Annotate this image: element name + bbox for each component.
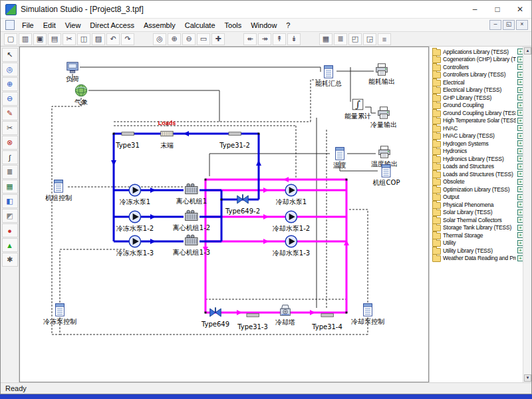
menu-tools[interactable]: Tools [220,21,247,30]
redo-icon[interactable]: ↷ [121,33,134,45]
node-chw-pump-control[interactable]: 冷冻泵控制 [43,303,76,326]
tree-item[interactable]: Utility Library (TESS)+ [430,247,523,255]
scroll-down-icon[interactable]: ▼ [524,374,531,382]
run-tool[interactable]: ▲ [2,238,18,252]
node-tool[interactable]: ● [2,223,18,237]
copy-icon[interactable]: ◫ [77,33,90,45]
tree-item[interactable]: Loads and Structures+ [430,163,523,171]
mask-tool[interactable]: ◩ [2,209,18,223]
node-chiller-1-3[interactable]: 离心机组1-3 [173,233,210,257]
zoom-icon[interactable]: ◎ [153,33,166,45]
tree-item[interactable]: Controllers+ [430,63,523,71]
menu-direct-access[interactable]: Direct Access [85,21,139,30]
undo-icon[interactable]: ↶ [106,33,120,45]
tree-item[interactable]: HVAC Library (TESS)+ [430,132,523,140]
open-icon[interactable]: ▥ [19,33,32,45]
node-unit-control[interactable]: 机组控制 [45,179,72,202]
delete-tool[interactable]: ⊗ [2,136,18,150]
align-left-icon[interactable]: ↞ [243,33,257,45]
align-bottom-icon[interactable]: ↡ [287,33,301,45]
node-temperature[interactable]: 温度 [332,146,347,170]
node-type649[interactable]: Type649 [201,305,229,329]
menu-view[interactable]: View [61,21,86,30]
node-chiller-1-2[interactable]: 离心机组1-2 [173,209,210,232]
grid-icon[interactable]: ▦ [319,33,332,45]
node-chw-pump-1-2[interactable]: 冷冻水泵1-2 [116,209,154,233]
node-cw-pump-control[interactable]: 冷却泵控制 [351,303,384,326]
zoom-tool[interactable]: ◎ [2,63,18,76]
node-chw-pump-1[interactable]: 冷冻水泵1 [120,183,150,206]
zoom-out-tool[interactable]: ⊖ [2,92,18,106]
tree-item[interactable]: Electrical+ [430,78,523,86]
tree-item[interactable]: Obsolete+ [430,178,523,186]
tree-item[interactable]: Ground Coupling+ [430,102,523,110]
minimize-button[interactable]: – [464,1,486,18]
tree-item[interactable]: Storage Tank Library (TESS)+ [430,224,523,232]
settings-tool[interactable]: ✱ [2,253,18,267]
print-icon[interactable]: ▤ [48,33,61,45]
tree-item[interactable]: HVAC+ [430,124,523,132]
tree-item[interactable]: Cogeneration (CHP) Library (TESS)+ [430,56,523,64]
tree-item[interactable]: Electrical Library (TESS)+ [430,86,523,94]
node-unit-cop[interactable]: 机组COP [373,164,400,187]
diagram-canvas[interactable]: 负荷气象Type31Loads末端Type31-2能耗汇总能耗输出能量累计冷量输… [19,47,429,382]
scroll-up-icon[interactable]: ▲ [524,47,531,55]
tree-item[interactable]: Hydrogen Systems+ [430,140,523,148]
align-top-icon[interactable]: ↟ [273,33,286,45]
tree-item[interactable]: GHP Library (TESS)+ [430,94,523,102]
list-tool[interactable]: ≣ [2,165,18,179]
zoom-in-icon[interactable]: ⊕ [168,33,181,45]
node-type31-3[interactable]: Type31-3 [237,308,268,331]
tree-item[interactable]: Solar Thermal Collectors+ [430,216,523,224]
node-energy-summary[interactable]: 能耗汇总 [315,65,342,88]
paste-icon[interactable]: ▨ [92,33,105,45]
node-energy-output[interactable]: 能耗输出 [368,63,395,86]
node-energy-integrator[interactable]: 能量累计 [344,97,371,120]
node-chw-pump-1-3[interactable]: 冷冻水泵1-3 [116,234,154,257]
tree-item[interactable]: Solar Library (TESS)+ [430,209,523,217]
tree-item[interactable]: Loads and Structures (TESS)+ [430,170,523,178]
menu-edit[interactable]: Edit [39,21,61,30]
mdi-close-button[interactable]: × [516,20,528,30]
node-cooling-tower[interactable]: 冷却塔 [275,303,295,327]
save-icon[interactable]: ▣ [33,33,47,45]
tree-item[interactable]: Controllers Library (TESS)+ [430,71,523,79]
tree-item[interactable]: Hydronics+ [430,148,523,156]
node-cw-pump-1[interactable]: 冷却水泵1 [276,183,307,206]
align-right-icon[interactable]: ↠ [258,33,271,45]
cut-icon[interactable]: ✂ [63,33,76,45]
maximize-button[interactable]: □ [486,1,509,18]
mdi-restore-button[interactable]: ◱ [503,20,515,30]
properties-icon[interactable]: ≡ [378,33,391,45]
tree-item[interactable]: Thermal Storage+ [430,231,523,239]
mdi-minimize-button[interactable]: – [489,20,501,30]
node-cooling-energy-output[interactable]: 冷量输出 [370,106,397,129]
pan-icon[interactable]: ✚ [211,33,225,45]
node-load[interactable]: 负荷 [65,60,80,83]
new-icon[interactable]: ▢ [4,33,17,45]
menu-assembly[interactable]: Assembly [139,21,180,30]
grid-tool[interactable]: ▦ [2,180,18,194]
node-type31-4[interactable]: Type31-4 [312,308,342,331]
integral-tool[interactable]: ∫ [2,150,18,164]
tree-item[interactable]: Applications Library (TESS)+ [430,48,523,56]
node-cw-pump-1-3[interactable]: 冷却水泵1-3 [273,234,310,257]
menu-calculate[interactable]: Calculate [180,21,220,30]
node-type649-2[interactable]: Type649-2 [225,192,260,215]
tree-item[interactable]: Output+ [430,194,523,201]
menu-help[interactable]: ? [281,21,295,30]
bring-front-icon[interactable]: ◰ [348,33,362,45]
tree-item[interactable]: Optimization Library (TESS)+ [430,186,523,194]
node-weather[interactable]: 气象 [74,83,88,106]
node-type31-2[interactable]: Type31-2 [219,126,250,150]
zoom-in-tool[interactable]: ⊕ [2,77,18,91]
layers-icon[interactable]: ≣ [334,33,347,45]
menu-file[interactable]: File [17,21,39,30]
node-cw-pump-1-2[interactable]: 冷却水泵1-2 [273,209,310,233]
fill-tool[interactable]: ◧ [2,194,18,208]
tree-item[interactable]: Utility+ [430,239,523,247]
close-button[interactable]: ✕ [509,1,531,18]
tree-item[interactable]: Hydronics Library (TESS)+ [430,155,523,163]
tree-scrollbar[interactable]: ▲ ▼ [523,47,531,382]
select-tool[interactable]: ↖ [2,48,18,62]
